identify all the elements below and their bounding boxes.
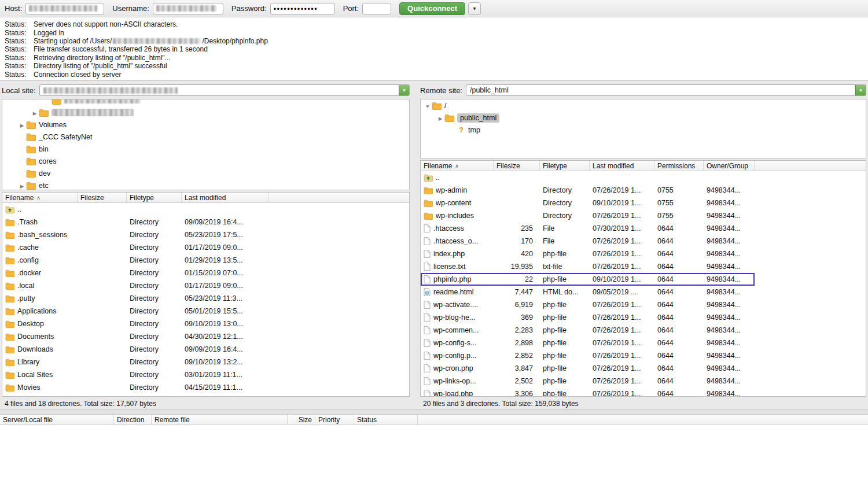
cell-owner-group: 9498344...: [704, 273, 755, 286]
quickconnect-button[interactable]: Quickconnect: [399, 2, 465, 15]
horizontal-splitter[interactable]: [0, 409, 868, 415]
file-row[interactable]: ..: [421, 171, 755, 184]
remote-site-value: /public_html: [470, 86, 509, 94]
cell-modified: 07/30/2019 1...: [590, 222, 654, 235]
tree-item[interactable]: ? _CCC SafetyNet: [2, 131, 409, 143]
log-line: Status:Connection closed by server: [0, 70, 868, 78]
file-row[interactable]: index.php 420 php-file 07/26/2019 1... 0…: [421, 248, 755, 260]
column-header-filename[interactable]: Filename∧: [421, 161, 494, 171]
file-row[interactable]: Local Sites Directory 03/01/2019 11:1...: [2, 368, 409, 381]
host-label: Host:: [5, 4, 22, 13]
column-header-filetype[interactable]: Filetype: [127, 193, 182, 202]
file-row[interactable]: .config Directory 01/29/2019 13:5...: [2, 254, 409, 267]
file-row[interactable]: wp-config.p... 2,852 php-file 07/26/2019…: [421, 349, 755, 362]
column-header-owner-group[interactable]: Owner/Group: [704, 161, 755, 171]
column-header-remote-file[interactable]: Remote file: [152, 415, 288, 424]
tree-item[interactable]: ? public_html: [421, 112, 866, 124]
port-input[interactable]: [362, 3, 391, 14]
filename-text: .config: [17, 256, 39, 264]
cell-filesize: [78, 279, 127, 292]
local-site-dropdown-icon[interactable]: [399, 84, 410, 96]
cell-filename: .bash_sessions: [2, 228, 78, 241]
tree-item[interactable]: ? etc: [2, 179, 409, 190]
tree-item[interactable]: ? /: [421, 99, 866, 112]
cell-filename: wp-config.p...: [421, 349, 494, 362]
folder-icon: [26, 145, 36, 153]
disclosure-triangle-icon[interactable]: [424, 102, 432, 110]
cell-permissions: 0755: [654, 197, 704, 209]
file-row[interactable]: wp-admin Directory 07/26/2019 1... 0755 …: [421, 184, 755, 197]
file-row[interactable]: .htaccess_o... 170 File 07/26/2019 1... …: [421, 235, 755, 248]
filename-text: license.txt: [433, 263, 466, 271]
file-row[interactable]: Music Directory 03/07/2019 16:4...: [2, 394, 409, 396]
quickconnect-dropdown-button[interactable]: [468, 2, 481, 15]
column-header-status[interactable]: Status: [354, 415, 418, 424]
file-row[interactable]: .docker Directory 01/15/2019 07:0...: [2, 267, 409, 279]
disclosure-triangle-icon[interactable]: [18, 121, 26, 129]
tree-item[interactable]: ?: [2, 106, 409, 119]
tree-item[interactable]: ? tmp: [421, 124, 866, 136]
column-header-modified[interactable]: Last modified: [590, 161, 654, 171]
file-row[interactable]: wp-config-s... 2,898 php-file 07/26/2019…: [421, 337, 755, 349]
file-row[interactable]: phpinfo.php 22 php-file 09/10/2019 1... …: [421, 273, 755, 286]
cell-modified: 05/23/2019 17:5...: [182, 228, 269, 241]
file-row[interactable]: wp-includes Directory 07/26/2019 1... 07…: [421, 209, 755, 222]
column-header-size[interactable]: Size: [288, 415, 315, 424]
tree-item[interactable]: ? bin: [2, 143, 409, 155]
column-header-filename[interactable]: Filename∧: [2, 193, 78, 202]
column-header-filesize[interactable]: Filesize: [494, 161, 540, 171]
username-input[interactable]: [153, 3, 223, 14]
file-row[interactable]: ..: [2, 203, 409, 216]
file-row[interactable]: Documents Directory 04/30/2019 12:1...: [2, 330, 409, 343]
file-row[interactable]: license.txt 19,935 txt-file 07/26/2019 1…: [421, 260, 755, 273]
file-row[interactable]: wp-blog-he... 369 php-file 07/26/2019 1.…: [421, 311, 755, 324]
file-row[interactable]: .cache Directory 01/17/2019 09:0...: [2, 241, 409, 254]
cell-modified: 07/26/2019 1...: [590, 362, 654, 375]
local-site-combo[interactable]: [39, 84, 410, 96]
password-input[interactable]: [270, 3, 335, 14]
tree-item[interactable]: ? dev: [2, 167, 409, 179]
disclosure-triangle-icon[interactable]: [436, 114, 444, 122]
column-header-filetype[interactable]: Filetype: [540, 161, 590, 171]
file-row[interactable]: wp-activate.... 6,919 php-file 07/26/201…: [421, 298, 755, 311]
disclosure-triangle-icon[interactable]: [18, 182, 26, 190]
column-header-permissions[interactable]: Permissions: [654, 161, 704, 171]
column-header-modified[interactable]: Last modified: [182, 193, 269, 202]
column-header-server-local-file[interactable]: Server/Local file: [0, 415, 114, 424]
file-row[interactable]: .htaccess 235 File 07/30/2019 1... 0644 …: [421, 222, 755, 235]
file-row[interactable]: wp-commen... 2,283 php-file 07/26/2019 1…: [421, 324, 755, 337]
column-header-filesize[interactable]: Filesize: [78, 193, 127, 202]
remote-site-dropdown-icon[interactable]: [855, 84, 866, 96]
file-row[interactable]: Library Directory 09/10/2019 13:2...: [2, 356, 409, 368]
file-row[interactable]: wp-load.php 3,306 php-file 07/26/2019 1.…: [421, 387, 755, 396]
filename-text: .Trash: [17, 218, 38, 226]
file-row[interactable]: .bash_sessions Directory 05/23/2019 17:5…: [2, 228, 409, 241]
column-header-direction[interactable]: Direction: [114, 415, 152, 424]
tree-item[interactable]: ? Volumes: [2, 119, 409, 131]
column-header-priority[interactable]: Priority: [315, 415, 354, 424]
file-row[interactable]: Applications Directory 05/01/2019 15:5..…: [2, 305, 409, 317]
cell-filename: .htaccess_o...: [421, 235, 494, 248]
file-row[interactable]: wp-content Directory 09/10/2019 1... 075…: [421, 197, 755, 209]
disclosure-triangle-icon[interactable]: [31, 109, 39, 117]
file-row[interactable]: .Trash Directory 09/09/2019 16:4...: [2, 216, 409, 228]
remote-list-rows: .. wp-admin: [421, 171, 866, 396]
cell-owner-group: 9498344...: [704, 349, 755, 362]
file-row[interactable]: .local Directory 01/17/2019 09:0...: [2, 279, 409, 292]
file-row[interactable]: Desktop Directory 09/10/2019 13:0...: [2, 317, 409, 330]
remote-site-combo[interactable]: /public_html: [466, 84, 866, 96]
filename-text: wp-load.php: [433, 390, 473, 396]
file-row[interactable]: Movies Directory 04/15/2019 11:1...: [2, 381, 409, 394]
file-row[interactable]: readme.html 7,447 HTML do... 09/05/2019 …: [421, 286, 755, 298]
tree-item[interactable]: ?: [2, 99, 409, 106]
file-row[interactable]: wp-cron.php 3,847 php-file 07/26/2019 1.…: [421, 362, 755, 375]
tree-item[interactable]: ? cores: [2, 155, 409, 167]
tree-item-label: cores: [39, 157, 57, 165]
file-row[interactable]: .putty Directory 05/23/2019 11:3...: [2, 292, 409, 305]
cell-modified: 07/26/2019 1...: [590, 387, 654, 396]
cell-filename: ..: [421, 171, 494, 184]
vertical-splitter[interactable]: [411, 83, 418, 409]
file-row[interactable]: wp-links-op... 2,502 php-file 07/26/2019…: [421, 375, 755, 387]
host-input[interactable]: [25, 3, 104, 14]
file-row[interactable]: Downloads Directory 09/09/2019 16:4...: [2, 343, 409, 356]
